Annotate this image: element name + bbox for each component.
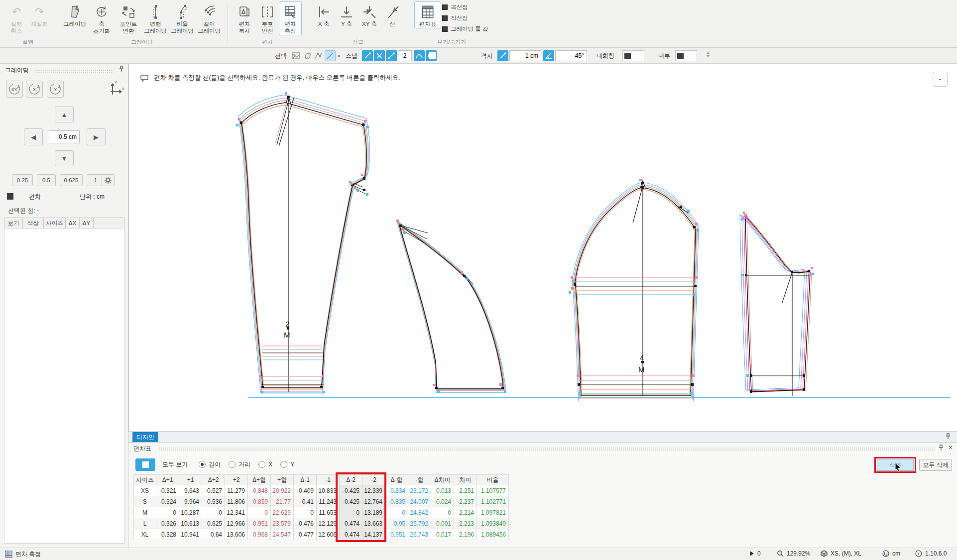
column-header[interactable]: Δ+2 (202, 474, 225, 485)
show-all-toggle[interactable] (135, 458, 155, 471)
radio-Y[interactable]: Y (280, 461, 294, 468)
grid-angle-input[interactable] (555, 50, 587, 61)
align-x-button[interactable]: X 축 (312, 1, 335, 28)
table-row[interactable]: S-0.3249.964-0.53611.806-0.85921.77-0.41… (133, 496, 509, 507)
column-header[interactable]: Δ-합 (385, 474, 408, 485)
deviation-color-swatch[interactable] (7, 193, 13, 200)
step-value-input[interactable] (49, 130, 80, 143)
nudge-right-button[interactable]: ▶ (87, 128, 106, 145)
redo-button[interactable]: ↷ 재실행 (28, 1, 51, 28)
table-row[interactable]: L0.32610.6130.62512.9660.95123.5790.4761… (133, 518, 509, 529)
column-header[interactable]: 비율 (477, 474, 509, 485)
piece-select-icon[interactable] (302, 50, 313, 61)
pattern-piece-1[interactable]: 2 M (236, 92, 370, 394)
inner-color-swatch[interactable] (675, 50, 697, 61)
point-column-header[interactable]: 색상 (23, 218, 44, 228)
pattern-canvas[interactable]: 편차 차를 측정할 선(들)을 선택하세요. 완료가 된 경우, 마우스 오른쪽… (128, 64, 957, 431)
column-header[interactable]: Δ차이 (431, 474, 454, 485)
deviation-table: 사이즈Δ+1+1Δ+2+2Δ+합+합Δ-1-1Δ-2-2Δ-합-합Δ차이차이비율… (133, 474, 509, 540)
column-header[interactable]: -1 (317, 474, 340, 485)
point-column-header[interactable]: 보기 (4, 218, 23, 228)
status-unit[interactable]: cm (882, 550, 900, 557)
checkbox-grading-rule-values[interactable]: 그레이딩 룰 값 (442, 25, 488, 33)
column-header[interactable]: 차이 (454, 474, 477, 485)
table-row[interactable]: M010.287012.341022.629011.653013.189024.… (133, 507, 509, 518)
polyline-select-icon[interactable] (313, 50, 324, 61)
pin-icon[interactable] (119, 66, 124, 75)
pattern-piece-4[interactable] (740, 212, 814, 396)
nudge-down-button[interactable]: ▼ (55, 150, 74, 166)
grading-button[interactable]: 그레이딩 (61, 1, 88, 28)
image-icon[interactable] (290, 50, 301, 61)
grade-xy-button[interactable]: XY (6, 81, 23, 98)
table-row[interactable]: XS-0.3219.643-0.52711.279-0.84820.922-0.… (133, 485, 509, 496)
line-select-icon[interactable] (325, 50, 336, 61)
column-header[interactable]: Δ+1 (156, 474, 179, 485)
nudge-left-button[interactable]: ◀ (24, 128, 43, 145)
checkbox-curve-points[interactable]: 곡선점 (442, 3, 488, 11)
align-y-button[interactable]: Y 축 (335, 1, 358, 28)
snap-intersection-icon[interactable] (374, 50, 385, 61)
deviation-copy-button[interactable]: 편차 복사 (233, 1, 256, 35)
pin-icon[interactable] (945, 433, 951, 442)
column-header[interactable]: Δ+합 (248, 474, 271, 485)
point-column-header[interactable]: ΔY (80, 218, 94, 228)
grade-y-button[interactable]: Y (47, 81, 64, 98)
dialog-color-swatch[interactable] (622, 50, 644, 61)
grid-pen-icon[interactable] (497, 50, 508, 61)
svg-text:Y: Y (115, 80, 118, 85)
parallel-grading-button[interactable]: 평행 그레이딩 (142, 1, 169, 35)
value-cell: 10.833 (317, 485, 340, 496)
radio-X[interactable]: X (258, 461, 272, 468)
snap-curve-icon[interactable] (414, 50, 425, 61)
ratio-grading-button[interactable]: 비율 그레이딩 (169, 1, 196, 35)
column-header[interactable]: Δ-2 (340, 474, 362, 485)
pattern-drawing[interactable]: 2 M (129, 64, 957, 431)
snap-point-icon[interactable] (386, 50, 397, 61)
quick-step-button[interactable]: 0.625 (60, 174, 83, 186)
column-header[interactable]: 사이즈 (133, 474, 156, 485)
grade-x-button[interactable]: X (26, 81, 43, 98)
expand-caret-icon[interactable] (706, 52, 710, 63)
align-line-button[interactable]: 선 (381, 1, 404, 28)
close-icon[interactable]: ✕ (948, 444, 953, 451)
column-header[interactable]: -2 (362, 474, 385, 485)
radio-길이[interactable]: 길이 (199, 460, 221, 469)
snap-line-icon[interactable] (362, 50, 373, 61)
pin-icon[interactable] (938, 445, 944, 453)
nudge-up-button[interactable]: ▲ (55, 107, 74, 122)
length-grading-button[interactable]: 길이 그레이딩 (196, 1, 223, 35)
point-column-header[interactable]: ΔX (66, 218, 80, 228)
delete-all-button[interactable]: 모두 삭제 (919, 459, 952, 471)
point-convert-button[interactable]: 포인트 변환 (115, 1, 142, 35)
point-list-area[interactable] (4, 228, 124, 544)
sign-invert-button[interactable]: 부호 반전 (256, 1, 279, 35)
align-xy-button[interactable]: XY 축 (358, 1, 381, 28)
quick-step-button[interactable]: 0.25 (12, 174, 33, 186)
point-column-header[interactable] (94, 218, 124, 228)
status-zoom[interactable]: 129.92% (777, 550, 810, 557)
column-header[interactable]: +합 (271, 474, 294, 485)
grid-angle-icon[interactable] (543, 50, 554, 61)
checkbox-straight-points[interactable]: 직선점 (442, 14, 488, 22)
pattern-piece-3[interactable]: 4 M (569, 179, 699, 401)
pattern-piece-2[interactable] (396, 220, 506, 393)
quick-step-button[interactable]: 0.5 (37, 174, 56, 186)
radio-거리[interactable]: 거리 (229, 460, 250, 469)
deviation-measure-button[interactable]: 편차 측정 (279, 1, 302, 35)
column-header[interactable]: +2 (225, 474, 248, 485)
column-header[interactable]: Δ-1 (294, 474, 317, 485)
column-header[interactable]: +1 (179, 474, 202, 485)
undo-button[interactable]: ↶ 실행 취소 (5, 1, 28, 35)
column-header[interactable]: -합 (408, 474, 431, 485)
step-settings-button[interactable] (102, 174, 115, 186)
axis-reset-button[interactable]: 축 초기화 (88, 1, 115, 35)
status-sizes[interactable]: XS, (M), XL (821, 550, 861, 557)
point-column-header[interactable]: 사이즈 (44, 218, 66, 228)
table-row[interactable]: XL0.32810.9410.6413.6060.96824.5470.4771… (133, 529, 509, 540)
deviation-table-button[interactable]: 편차표 (414, 1, 441, 28)
piece-2-points (396, 220, 506, 393)
grid-size-input[interactable] (509, 50, 541, 61)
tab-design[interactable]: 디자인 (132, 432, 158, 442)
snap-count-input[interactable] (398, 50, 412, 61)
